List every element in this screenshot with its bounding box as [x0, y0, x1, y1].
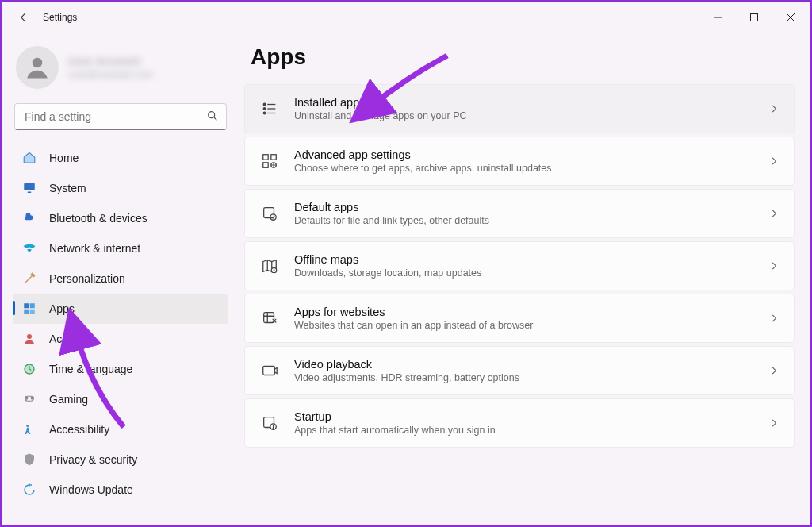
card-advanced-app-settings[interactable]: Advanced app settingsChoose where to get… [244, 137, 795, 186]
nav-icon [22, 211, 36, 225]
card-installed-apps[interactable]: Installed appsUninstall and manage apps … [244, 84, 795, 133]
svg-rect-27 [263, 163, 268, 167]
card-icon [259, 413, 280, 433]
card-video-playback[interactable]: Video playbackVideo adjustments, HDR str… [244, 346, 795, 395]
sidebar-item-accessibility[interactable]: Accessibility [13, 414, 228, 444]
sidebar: User Account user@example.com HomeSystem… [2, 33, 239, 525]
nav-label: Network & internet [49, 242, 140, 255]
svg-rect-8 [28, 192, 32, 194]
nav-label: Home [49, 152, 79, 164]
chevron-right-icon [768, 313, 779, 324]
card-subtitle: Uninstall and manage apps on your PC [294, 110, 768, 121]
sidebar-item-accounts[interactable]: Accounts [13, 324, 228, 354]
card-subtitle: Downloads, storage location, map updates [294, 267, 768, 279]
nav-icon [22, 422, 36, 437]
svg-rect-29 [264, 208, 274, 218]
nav-label: Accessibility [49, 423, 109, 436]
card-subtitle: Apps that start automatically when you s… [294, 425, 768, 436]
card-icon [259, 256, 280, 276]
svg-point-5 [209, 112, 215, 118]
chevron-right-icon [768, 417, 779, 429]
nav-label: Windows Update [49, 483, 133, 496]
svg-rect-10 [30, 303, 35, 308]
card-subtitle: Choose where to get apps, archive apps, … [294, 163, 768, 174]
svg-point-4 [33, 58, 43, 68]
nav-icon [22, 452, 36, 467]
card-icon [259, 308, 280, 329]
nav-label: Accounts [49, 333, 95, 345]
content-area: Apps Installed appsUninstall and manage … [239, 33, 810, 525]
svg-rect-25 [263, 155, 268, 160]
card-subtitle: Websites that can open in an app instead… [294, 320, 768, 331]
chevron-right-icon [768, 260, 779, 271]
card-title: Offline maps [294, 253, 768, 266]
card-startup[interactable]: StartupApps that start automatically whe… [244, 398, 795, 448]
svg-point-23 [263, 112, 266, 114]
nav-icon [22, 483, 36, 497]
card-default-apps[interactable]: Default appsDefaults for file and link t… [244, 189, 795, 238]
sidebar-item-privacy-security[interactable]: Privacy & security [13, 444, 228, 475]
nav-label: Apps [49, 302, 75, 315]
nav-icon [22, 302, 36, 316]
svg-point-21 [263, 108, 266, 110]
sidebar-item-personalization[interactable]: Personalization [13, 264, 228, 294]
card-apps-for-websites[interactable]: Apps for websitesWebsites that can open … [244, 294, 795, 343]
nav-icon [22, 362, 36, 376]
card-icon [259, 151, 280, 171]
card-offline-maps[interactable]: Offline mapsDownloads, storage location,… [244, 241, 795, 290]
maximize-button[interactable] [736, 3, 772, 32]
back-button[interactable] [16, 10, 32, 25]
close-button[interactable] [772, 3, 809, 32]
sidebar-item-bluetooth-devices[interactable]: Bluetooth & devices [13, 203, 228, 233]
chevron-right-icon [768, 103, 779, 114]
nav-label: Bluetooth & devices [49, 212, 147, 225]
search-icon [206, 110, 219, 122]
card-title: Default apps [294, 201, 768, 213]
svg-rect-33 [263, 367, 275, 375]
sidebar-item-home[interactable]: Home [13, 143, 228, 173]
sidebar-item-apps[interactable]: Apps [13, 294, 228, 324]
nav-icon [22, 241, 36, 256]
nav-icon [22, 332, 36, 346]
sidebar-item-time-language[interactable]: Time & language [13, 354, 228, 384]
search-box[interactable] [14, 103, 227, 130]
page-title: Apps [251, 44, 795, 70]
chevron-right-icon [768, 156, 779, 167]
card-subtitle: Video adjustments, HDR streaming, batter… [294, 372, 768, 383]
svg-rect-1 [751, 14, 758, 21]
minimize-button[interactable] [699, 3, 736, 32]
search-input[interactable] [14, 103, 227, 130]
card-icon [259, 203, 280, 224]
chevron-right-icon [768, 208, 779, 219]
svg-point-19 [263, 103, 266, 106]
chevron-right-icon [768, 365, 779, 376]
profile-block[interactable]: User Account user@example.com [13, 40, 228, 98]
profile-name: User Account [68, 55, 153, 67]
nav-label: Time & language [49, 363, 132, 375]
card-title: Advanced app settings [294, 148, 768, 161]
svg-line-6 [214, 117, 216, 120]
svg-rect-7 [24, 183, 35, 190]
svg-rect-11 [24, 310, 29, 314]
nav-icon [22, 392, 36, 406]
card-icon [259, 360, 280, 381]
sidebar-item-system[interactable]: System [13, 173, 228, 203]
sidebar-item-gaming[interactable]: Gaming [13, 384, 228, 414]
title-bar: Settings [2, 2, 810, 33]
svg-rect-26 [271, 155, 276, 160]
nav-label: Privacy & security [49, 453, 137, 466]
nav-label: System [49, 182, 86, 194]
nav-label: Personalization [49, 272, 125, 285]
card-subtitle: Defaults for file and link types, other … [294, 215, 768, 226]
window-title: Settings [43, 12, 77, 23]
sidebar-item-windows-update[interactable]: Windows Update [13, 475, 228, 505]
card-title: Installed apps [294, 96, 768, 109]
card-icon [259, 98, 280, 119]
nav-icon [22, 151, 36, 165]
svg-rect-32 [264, 313, 274, 323]
svg-point-13 [27, 334, 32, 339]
svg-rect-9 [24, 303, 29, 308]
svg-point-18 [26, 425, 29, 427]
nav-icon [22, 181, 36, 195]
sidebar-item-network-internet[interactable]: Network & internet [13, 233, 228, 264]
